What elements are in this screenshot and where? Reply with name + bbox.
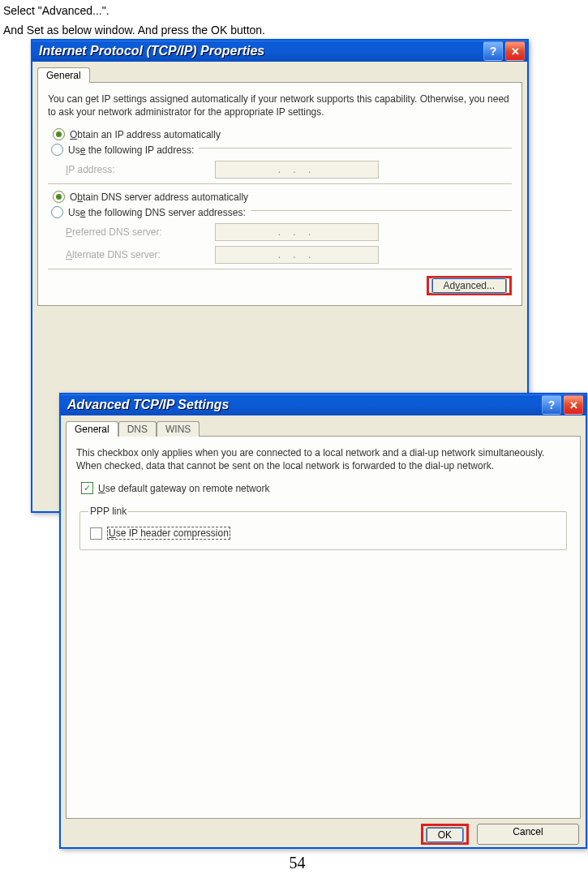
page-number: 54 (3, 854, 588, 872)
advanced-tcpip-dialog: Advanced TCP/IP Settings ? ✕ General DNS… (59, 393, 587, 849)
instruction-line-1: Select "Advanced...". (3, 3, 588, 18)
tcpip-title: Internet Protocol (TCP/IP) Properties (39, 44, 483, 58)
adv-title: Advanced TCP/IP Settings (67, 398, 542, 412)
tab-general[interactable]: General (37, 67, 90, 83)
radio-use-ip-label[interactable]: Usee the following IP address: the follo… (68, 144, 194, 156)
advanced-button[interactable]: Advanced... (431, 278, 507, 294)
advanced-highlight-frame: Advanced... (427, 276, 512, 295)
adv-titlebar[interactable]: Advanced TCP/IP Settings ? ✕ (61, 394, 586, 415)
preferred-dns-field[interactable]: . . . (215, 223, 379, 241)
radio-icon (51, 144, 63, 156)
radio-label: Obtain an IP address automatically (70, 129, 221, 140)
ok-highlight-frame: OK (421, 824, 469, 845)
radio-label: Obtain DNS server address automatically (70, 192, 248, 203)
check-icon (81, 482, 93, 494)
alternate-dns-field[interactable]: . . . (215, 246, 379, 264)
preferred-dns-label: Preferred DNS server: (66, 226, 212, 238)
radio-obtain-dns-auto[interactable]: Obtain DNS server address automatically (53, 191, 512, 203)
help-icon[interactable]: ? (483, 41, 503, 61)
adv-description: This checkbox only applies when you are … (76, 446, 570, 472)
close-icon[interactable]: ✕ (564, 395, 583, 415)
tab-wins[interactable]: WINS (157, 421, 200, 437)
radio-icon (53, 128, 65, 140)
radio-icon (53, 191, 65, 203)
tcpip-titlebar[interactable]: Internet Protocol (TCP/IP) Properties ? … (32, 41, 527, 62)
ip-address-field[interactable]: . . . (215, 161, 379, 179)
ppp-legend: PPP link (88, 506, 128, 517)
check-icon (90, 527, 102, 540)
help-icon[interactable]: ? (542, 395, 561, 415)
radio-use-dns-label[interactable]: Use the following DNS server addresses: (68, 207, 246, 218)
close-icon[interactable]: ✕ (505, 41, 525, 61)
alternate-dns-label: Alternate DNS server: (66, 249, 212, 260)
check-label: Use IP header compression (107, 527, 230, 540)
instruction-line-2: And Set as below window. And press the O… (3, 23, 588, 37)
ok-button[interactable]: OK (426, 827, 464, 843)
cancel-button[interactable]: Cancel (477, 824, 579, 845)
check-label: Use default gateway on remote network (98, 483, 269, 494)
tab-general[interactable]: General (66, 421, 118, 437)
radio-obtain-ip-auto[interactable]: Obtain an IP address automatically (53, 128, 512, 140)
checkbox-default-gateway[interactable]: Use default gateway on remote network (81, 482, 570, 494)
tab-dns[interactable]: DNS (118, 421, 157, 437)
tcpip-description: You can get IP settings assigned automat… (48, 93, 512, 118)
checkbox-ip-header-compression[interactable]: Use IP header compression (90, 527, 558, 540)
radio-icon (51, 206, 63, 218)
ip-address-label: IP address: (66, 164, 212, 175)
